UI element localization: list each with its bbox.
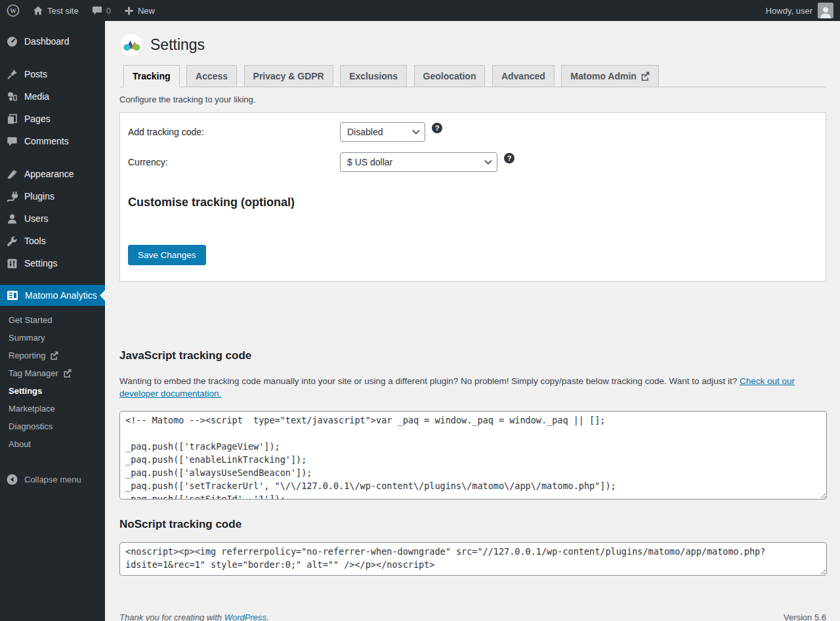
admin-sidebar: Dashboard Posts Media Pages Comments	[0, 21, 105, 621]
sidebar-item-settings[interactable]: Settings	[0, 252, 105, 274]
sidebar-item-users[interactable]: Users	[0, 207, 105, 230]
noscript-tracking-heading: NoScript tracking code	[119, 500, 826, 531]
new-content-menu[interactable]: New	[117, 0, 161, 21]
tab-label: Tracking	[133, 71, 171, 81]
tab-label: Exclusions	[349, 71, 398, 81]
sidebar-item-media[interactable]: Media	[0, 85, 105, 108]
tab-label: Matomo Admin	[570, 71, 637, 81]
noscript-tracking-code-textarea[interactable]: <noscript><p><img referrerpolicy="no-ref…	[119, 542, 827, 576]
submenu-item-tag-manager[interactable]: Tag Manager	[0, 364, 105, 382]
submenu-label: Settings	[9, 386, 42, 396]
sidebar-item-dashboard[interactable]: Dashboard	[0, 30, 105, 53]
tracking-code-row: Add tracking code: Disabled ?	[128, 117, 818, 147]
submenu-item-get-started[interactable]: Get Started	[0, 311, 105, 329]
submenu-label: Tag Manager	[9, 368, 58, 378]
collapse-menu-label: Collapse menu	[24, 475, 81, 484]
user-silhouette-icon	[819, 5, 832, 18]
submenu-item-diagnostics[interactable]: Diagnostics	[0, 418, 105, 435]
submenu-label: Diagnostics	[9, 421, 52, 431]
tab-access[interactable]: Access	[186, 65, 237, 87]
tab-geolocation[interactable]: Geolocation	[414, 65, 486, 87]
sidebar-item-comments[interactable]: Comments	[0, 130, 105, 152]
page-title-text: Settings	[150, 36, 205, 54]
new-label: New	[138, 6, 155, 16]
submenu-item-settings[interactable]: Settings	[0, 382, 105, 400]
account-menu[interactable]: Howdy, user	[766, 3, 840, 18]
tab-label: Privacy & GDPR	[253, 71, 324, 81]
external-link-icon	[63, 369, 72, 377]
dashboard-icon	[7, 36, 18, 47]
sidebar-item-posts[interactable]: Posts	[0, 63, 105, 85]
submenu-label: Summary	[9, 333, 45, 343]
thanks-suffix: .	[266, 612, 269, 621]
submenu-item-marketplace[interactable]: Marketplace	[0, 400, 105, 418]
menu-separator	[0, 53, 105, 63]
sidebar-item-label: Dashboard	[24, 36, 70, 47]
js-tracking-code-textarea[interactable]: <!-- Matomo --><script type="text/javasc…	[119, 411, 827, 500]
tab-exclusions[interactable]: Exclusions	[340, 65, 407, 87]
submenu-item-summary[interactable]: Summary	[0, 329, 105, 347]
media-icon	[7, 91, 18, 102]
settings-sliders-icon	[7, 258, 18, 269]
submenu-item-reporting[interactable]: Reporting	[0, 347, 105, 364]
sidebar-item-pages[interactable]: Pages	[0, 108, 105, 130]
comments-icon	[7, 136, 18, 147]
paintbrush-icon	[7, 169, 18, 180]
user-icon	[7, 213, 18, 225]
page-title: Settings	[119, 32, 826, 65]
sidebar-item-label: Appearance	[24, 169, 74, 179]
svg-text:W: W	[10, 7, 16, 14]
sidebar-item-label: Comments	[24, 136, 69, 146]
avatar	[818, 3, 833, 18]
matomo-logo-icon	[121, 34, 142, 56]
save-changes-button[interactable]: Save Changes	[128, 245, 206, 265]
tracking-code-help-icon[interactable]: ?	[432, 123, 442, 133]
external-link-icon	[50, 351, 58, 360]
comments-shortcut[interactable]: 0	[85, 0, 117, 21]
submenu-label: Get Started	[9, 315, 52, 325]
pages-icon	[7, 114, 18, 125]
currency-select-wrap: $ US dollar	[340, 152, 497, 172]
matomo-submenu: Get Started Summary Reporting Tag Manage…	[0, 306, 105, 460]
settings-tabs: Tracking Access Privacy & GDPR Exclusion…	[119, 65, 826, 87]
currency-label: Currency:	[128, 157, 340, 167]
tab-tracking[interactable]: Tracking	[123, 65, 180, 87]
tab-privacy-gdpr[interactable]: Privacy & GDPR	[244, 65, 333, 87]
tab-matomo-admin[interactable]: Matomo Admin	[561, 65, 659, 87]
currency-select[interactable]: $ US dollar	[340, 152, 497, 172]
sidebar-item-label: Plugins	[24, 191, 54, 202]
comments-count: 0	[106, 6, 111, 16]
submenu-item-about[interactable]: About	[0, 435, 105, 453]
home-icon	[33, 5, 43, 16]
tab-advanced[interactable]: Advanced	[492, 65, 555, 87]
tracking-settings-card: Add tracking code: Disabled ? Currency: …	[119, 112, 826, 282]
submenu-label: About	[9, 439, 31, 449]
collapse-arrow-icon	[7, 474, 18, 485]
sidebar-item-appearance[interactable]: Appearance	[0, 163, 105, 185]
howdy-text: Howdy, user	[766, 6, 812, 16]
external-link-icon	[640, 72, 650, 81]
js-tracking-description: Wanting to embed the tracking code manua…	[119, 362, 815, 400]
admin-footer: Thank you for creating with WordPress. V…	[119, 612, 826, 621]
tracking-code-select[interactable]: Disabled	[340, 122, 425, 142]
site-link[interactable]: Test site	[26, 0, 85, 21]
footer-version: Version 5.6	[784, 612, 826, 621]
sidebar-item-label: Posts	[24, 69, 47, 79]
matomo-report-icon	[7, 290, 18, 301]
wordpress-link[interactable]: WordPress	[224, 612, 266, 621]
intro-text: Configure the tracking to your liking.	[119, 87, 826, 112]
menu-separator	[0, 152, 105, 163]
js-description-text: Wanting to embed the tracking code manua…	[119, 376, 740, 386]
js-tracking-heading: JavaScript tracking code	[119, 282, 826, 362]
active-menu-arrow	[100, 290, 105, 301]
wrench-icon	[7, 236, 18, 247]
submenu-label: Reporting	[9, 351, 45, 360]
menu-separator	[0, 274, 105, 285]
sidebar-item-matomo-analytics[interactable]: Matomo Analytics	[0, 285, 105, 306]
plus-icon	[124, 6, 134, 16]
sidebar-item-plugins[interactable]: Plugins	[0, 185, 105, 207]
collapse-menu-button[interactable]: Collapse menu	[0, 467, 105, 492]
wordpress-logo-menu[interactable]: W	[0, 0, 26, 21]
sidebar-item-tools[interactable]: Tools	[0, 230, 105, 252]
currency-help-icon[interactable]: ?	[504, 153, 514, 163]
